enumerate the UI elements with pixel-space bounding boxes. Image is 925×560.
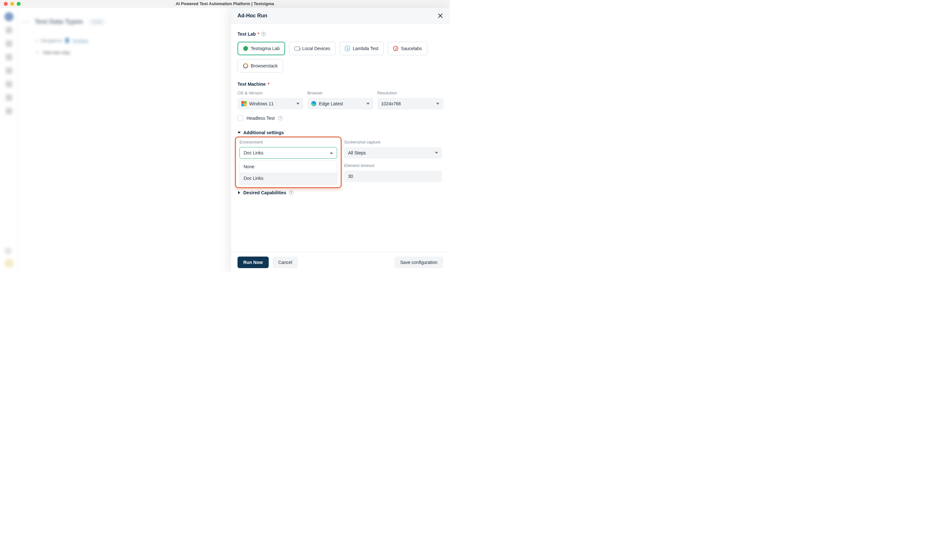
chevron-down-icon — [436, 103, 439, 105]
step-number: 1 — [35, 38, 38, 43]
additional-settings-toggle[interactable]: Additional settings — [238, 130, 443, 135]
lambdatest-icon — [345, 46, 350, 51]
sidebar-nav — [0, 27, 18, 114]
add-step-label: Add new step — [43, 50, 70, 55]
edge-icon — [311, 101, 316, 106]
environment-value: Doc Links — [244, 150, 263, 155]
lab-option-browserstack[interactable]: Browserstack — [238, 59, 283, 72]
os-value: Windows 11 — [249, 101, 274, 106]
panel-body: Test Lab * ? Testsigma Lab Local Devices… — [231, 24, 450, 272]
sidebar-nav-icon[interactable] — [6, 108, 12, 114]
test-machine-row: OS & Version Windows 11 Browser Edge Lat… — [238, 90, 443, 110]
os-label: OS & Version — [238, 90, 303, 95]
panel-footer: Run Now Cancel Save configuration — [231, 252, 450, 272]
resolution-label: Resolution — [377, 90, 443, 95]
headless-checkbox[interactable] — [238, 115, 243, 121]
devices-icon — [294, 47, 300, 50]
panel-header: Ad-Hoc Run — [231, 8, 450, 24]
lab-option-label: Local Devices — [302, 46, 330, 51]
required-indicator: * — [258, 32, 259, 37]
screenshot-select[interactable]: All Steps — [344, 147, 442, 159]
lab-option-label: Browserstack — [251, 63, 278, 68]
app-sidebar — [0, 8, 18, 272]
sidebar-nav-icon[interactable] — [6, 41, 12, 47]
browser-label: Browser — [307, 90, 373, 95]
window-zoom-button[interactable] — [17, 2, 21, 6]
step-testdata-link[interactable]: Testdata — [72, 38, 88, 43]
window-close-button[interactable] — [4, 2, 8, 6]
chevron-down-icon — [296, 103, 300, 105]
chevron-down-icon — [238, 132, 241, 134]
chevron-up-icon — [330, 152, 333, 154]
saucelabs-icon — [393, 46, 398, 51]
environment-option-doclinks[interactable]: Doc Links — [240, 173, 337, 184]
environment-select[interactable]: Doc Links — [240, 147, 337, 159]
resolution-select[interactable]: 1024x768 — [377, 98, 443, 110]
add-step-row[interactable]: ＋ Add new step — [35, 50, 70, 55]
workspace-avatar[interactable] — [5, 12, 14, 21]
sidebar-nav-icon[interactable] — [6, 27, 12, 33]
step-action-label: Navigate to — [41, 38, 62, 43]
lab-option-label: Testsigma Lab — [251, 46, 280, 51]
traffic-lights — [4, 2, 21, 6]
screenshot-value: All Steps — [348, 150, 366, 155]
lab-option-testsigma[interactable]: Testsigma Lab — [238, 42, 285, 55]
document-icon — [65, 38, 69, 43]
help-icon[interactable]: ? — [278, 116, 283, 120]
browser-value: Edge Latest — [319, 101, 343, 106]
required-indicator: * — [268, 81, 269, 87]
sidebar-user-avatar[interactable] — [5, 259, 14, 268]
lab-option-lambdatest[interactable]: Lambda Test — [339, 42, 384, 55]
environment-dropdown: None Doc Links — [240, 161, 337, 184]
save-configuration-button[interactable]: Save configuration — [394, 257, 443, 268]
test-lab-label: Test Lab * ? — [238, 32, 443, 37]
test-machine-label: Test Machine * — [238, 81, 443, 87]
chevron-down-icon — [435, 152, 438, 154]
resolution-value: 1024x768 — [381, 101, 401, 106]
environment-column: Environment Doc Links None Doc Links — [240, 140, 337, 184]
chevron-down-icon — [366, 103, 370, 105]
lab-option-local-devices[interactable]: Local Devices — [289, 42, 336, 55]
run-now-button[interactable]: Run Now — [238, 257, 269, 268]
draft-badge: Draft — [89, 18, 105, 26]
headless-row: Headless Test ? — [238, 115, 443, 121]
sidebar-settings-icon[interactable] — [5, 247, 12, 254]
browserstack-icon — [243, 63, 248, 68]
element-timeout-value: 30 — [348, 174, 353, 179]
page-header: Test Data Types Draft — [23, 18, 105, 26]
window-title: AI Powered Test Automation Platform | Te… — [0, 1, 450, 6]
headless-label: Headless Test — [247, 116, 275, 121]
lab-option-label: Lambda Test — [353, 46, 378, 51]
environment-option-none[interactable]: None — [240, 161, 337, 173]
element-timeout-input[interactable]: 30 — [344, 171, 442, 182]
sidebar-nav-icon[interactable] — [6, 81, 12, 87]
element-timeout-label: Element timeout — [344, 163, 442, 168]
sidebar-nav-icon[interactable] — [6, 68, 12, 74]
help-icon[interactable]: ? — [289, 191, 294, 195]
lab-option-label: Saucelabs — [401, 46, 422, 51]
test-step-row: 1 Navigate to Testdata — [35, 38, 88, 43]
windows-icon — [241, 101, 247, 106]
screenshot-column: Screenshot capture All Steps Element tim… — [344, 140, 442, 184]
plus-icon: ＋ — [35, 50, 39, 55]
page-title: Test Data Types — [35, 18, 83, 26]
cancel-button[interactable]: Cancel — [273, 257, 298, 268]
breadcrumb-menu-icon[interactable] — [23, 21, 29, 23]
testsigma-gear-icon — [243, 46, 248, 51]
adhoc-run-panel: Ad-Hoc Run Test Lab * ? Testsigma Lab Lo… — [231, 8, 450, 272]
help-icon[interactable]: ? — [261, 32, 266, 36]
mac-titlebar: AI Powered Test Automation Platform | Te… — [0, 0, 450, 8]
desired-capabilities-toggle[interactable]: Desired Capabilities ? — [238, 190, 443, 195]
lab-option-saucelabs[interactable]: Saucelabs — [388, 42, 427, 55]
screenshot-label: Screenshot capture — [344, 140, 442, 144]
test-lab-options: Testsigma Lab Local Devices Lambda Test … — [238, 42, 443, 72]
chevron-right-icon — [238, 191, 240, 194]
sidebar-nav-icon[interactable] — [6, 54, 12, 60]
close-icon[interactable] — [437, 13, 443, 19]
window-minimize-button[interactable] — [10, 2, 14, 6]
os-select[interactable]: Windows 11 — [238, 98, 303, 110]
sidebar-nav-icon[interactable] — [6, 95, 12, 101]
browser-select[interactable]: Edge Latest — [307, 98, 373, 110]
panel-title: Ad-Hoc Run — [238, 13, 267, 19]
environment-label: Environment — [240, 140, 337, 144]
